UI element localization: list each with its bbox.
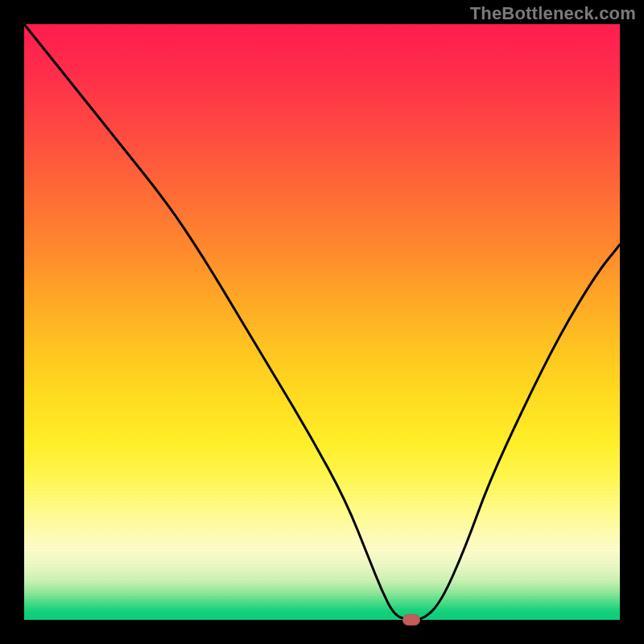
optimal-marker	[402, 614, 420, 625]
watermark-text: TheBottleneck.com	[470, 3, 636, 24]
curve-layer	[24, 24, 620, 620]
plot-area	[24, 24, 620, 620]
bottleneck-curve	[24, 24, 620, 620]
chart-frame: TheBottleneck.com	[0, 0, 644, 644]
